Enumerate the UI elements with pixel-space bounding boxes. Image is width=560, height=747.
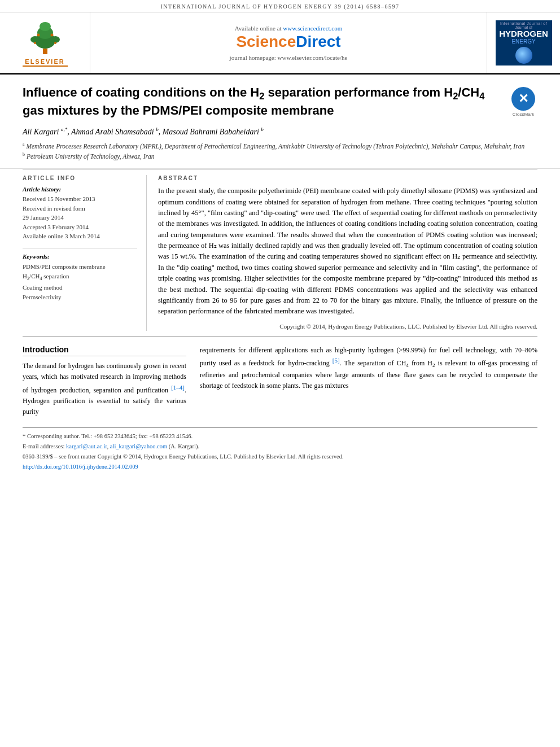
- sciencedirect-logo: ScienceDirect: [236, 33, 340, 51]
- elsevier-underline: [23, 65, 68, 67]
- abstract-text: In the present study, the composite poly…: [158, 186, 537, 317]
- keywords-heading: Keywords:: [23, 253, 137, 260]
- email-link-2[interactable]: ali_kargari@yahoo.com: [110, 443, 167, 449]
- received-date: Received 15 November 2013: [23, 194, 137, 204]
- copyright-line: Copyright © 2014, Hydrogen Energy Public…: [158, 322, 537, 331]
- introduction-title: Introduction: [23, 345, 186, 356]
- article-info-col: ARTICLE INFO Article history: Received 1…: [23, 175, 147, 331]
- intro-paragraph-left: The demand for hydrogen has continuously…: [23, 361, 186, 417]
- svg-point-7: [50, 33, 53, 36]
- logo-row: ELSEVIER Available online at www.science…: [0, 12, 560, 75]
- article-info-label: ARTICLE INFO: [23, 175, 137, 181]
- crossmark-label: CrossMark: [509, 112, 537, 117]
- svg-point-9: [54, 42, 56, 44]
- doi-line: http://dx.doi.org/10.1016/j.ijhydene.201…: [23, 462, 537, 472]
- info-divider: [23, 248, 137, 248]
- logo-energy-text: ENERGY: [511, 38, 535, 45]
- article-history-block: Article history: Received 15 November 20…: [23, 186, 137, 241]
- right-main-col: requirements for different applications …: [200, 345, 537, 417]
- logo-hydrogen-text: HYDROGEN: [499, 29, 548, 39]
- keyword-3: Coating method: [23, 283, 137, 293]
- logo-circle-graphic: [515, 47, 532, 64]
- intro-paragraph-right: requirements for different applications …: [200, 345, 537, 391]
- elsevier-logo-box: ELSEVIER: [0, 12, 90, 73]
- svg-rect-0: [43, 49, 47, 54]
- keyword-1: PDMS/PEI composite membrane: [23, 262, 137, 272]
- abstract-col: ABSTRACT In the present study, the compo…: [147, 175, 537, 331]
- accepted-date: Accepted 3 February 2014: [23, 222, 137, 232]
- keyword-2: H2/CH4 separation: [23, 272, 137, 282]
- authors: Ali Kargari a,*, Ahmad Arabi Shamsabadi …: [23, 126, 537, 137]
- keyword-4: Permselectivity: [23, 292, 137, 303]
- svg-point-6: [37, 33, 40, 36]
- center-header: Available online at www.sciencedirect.co…: [90, 12, 487, 73]
- journal-header-text: INTERNATIONAL JOURNAL OF HYDROGEN ENERGY…: [160, 3, 399, 10]
- available-date: Available online 3 March 2014: [23, 231, 137, 241]
- corresponding-author: * Corresponding author. Tel.: +98 652 23…: [23, 431, 537, 442]
- logo-intl-text: International Journal of: [500, 21, 547, 25]
- hydrogen-energy-logo: International Journal of Journal of HYDR…: [496, 20, 552, 65]
- elsevier-tree-icon: [23, 19, 68, 56]
- svg-point-8: [34, 42, 36, 44]
- svg-point-3: [40, 22, 51, 31]
- crossmark-circle: ✕: [511, 87, 535, 111]
- available-online-text: Available online at www.sciencedirect.co…: [235, 25, 343, 32]
- abstract-label: ABSTRACT: [158, 175, 537, 181]
- issn-line: 0360-3199/$ – see front matter Copyright…: [23, 452, 537, 462]
- revised-label: Received in revised form: [23, 204, 137, 213]
- email-link-1[interactable]: kargari@aut.ac.ir: [66, 443, 107, 449]
- affiliations: a Membrane Processes Research Laboratory…: [23, 141, 537, 161]
- title-section: ✕ CrossMark Influence of coating conditi…: [0, 75, 560, 169]
- revised-date: 29 January 2014: [23, 213, 137, 222]
- history-heading: Article history:: [23, 186, 137, 193]
- left-main-col: Introduction The demand for hydrogen has…: [23, 345, 186, 417]
- keywords-block: Keywords: PDMS/PEI composite membrane H2…: [23, 253, 137, 303]
- article-title: Influence of coating conditions on the H…: [23, 85, 537, 119]
- email-line: E-mail addresses: kargari@aut.ac.ir, ali…: [23, 442, 537, 452]
- footer-notes: * Corresponding author. Tel.: +98 652 23…: [23, 427, 537, 471]
- journal-header-bar: INTERNATIONAL JOURNAL OF HYDROGEN ENERGY…: [0, 0, 560, 12]
- main-content: Introduction The demand for hydrogen has…: [0, 337, 560, 417]
- journal-homepage: journal homepage: www.elsevier.com/locat…: [230, 54, 348, 61]
- crossmark-badge: ✕ CrossMark: [509, 87, 537, 117]
- article-info-abstract-row: ARTICLE INFO Article history: Received 1…: [23, 169, 537, 337]
- elsevier-label: ELSEVIER: [25, 58, 64, 65]
- doi-link[interactable]: http://dx.doi.org/10.1016/j.ijhydene.201…: [23, 464, 138, 470]
- hydrogen-logo-box: International Journal of Journal of HYDR…: [487, 12, 560, 73]
- sciencedirect-url[interactable]: www.sciencedirect.com: [283, 25, 342, 32]
